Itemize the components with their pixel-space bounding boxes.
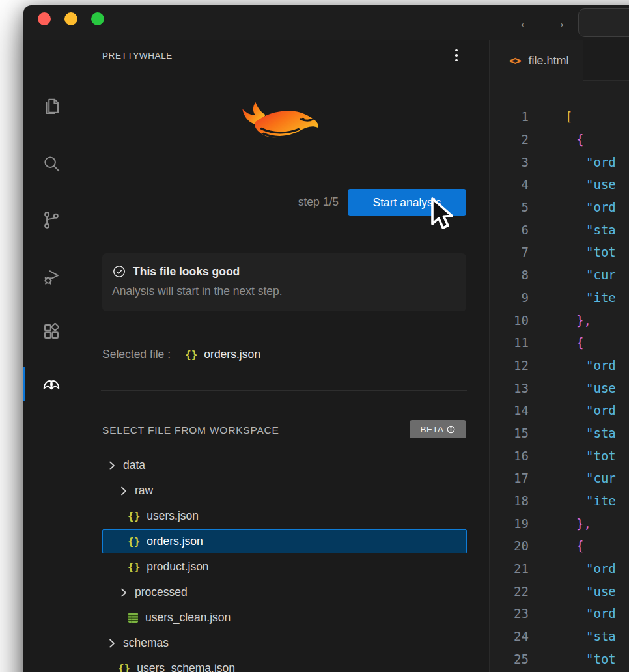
line-number: 8 bbox=[490, 268, 529, 282]
code-line: 17"cur bbox=[490, 467, 629, 490]
kebab-dot bbox=[455, 49, 458, 52]
sidebar-item-prettywhale[interactable] bbox=[23, 367, 79, 401]
code-line: 18"ite bbox=[490, 490, 629, 512]
chevron-right-icon bbox=[106, 637, 118, 649]
json-file-icon: {} bbox=[185, 348, 197, 361]
code-line: 8"cur bbox=[490, 264, 629, 287]
code-line: 7"tot bbox=[490, 241, 629, 264]
code-token: "use bbox=[529, 177, 616, 191]
code-token: }, bbox=[529, 313, 591, 328]
source-control-icon bbox=[42, 210, 61, 230]
step-indicator: step 1/5 bbox=[245, 195, 339, 209]
files-icon bbox=[42, 97, 61, 117]
line-number: 20 bbox=[490, 539, 529, 553]
minimize-window-button[interactable] bbox=[64, 12, 77, 25]
code-line: 23"ord bbox=[490, 602, 629, 625]
tree-item-raw[interactable]: raw bbox=[23, 478, 434, 503]
sidebar-item-explorer[interactable] bbox=[23, 90, 79, 124]
line-number: 11 bbox=[490, 335, 529, 350]
tree-item-users-clean-json[interactable]: users_clean.json bbox=[23, 605, 434, 630]
tree-item-label: orders.json bbox=[147, 535, 203, 548]
code-token: "ite bbox=[529, 494, 616, 508]
nav-forward-icon[interactable]: → bbox=[552, 14, 566, 31]
code-token: "use bbox=[529, 381, 616, 395]
code-editor[interactable]: 1[2{3"ord4"use5"ord6"sta7"tot8"cur9"ite1… bbox=[490, 105, 629, 672]
code-line: 16"tot bbox=[490, 444, 629, 467]
sidebar-item-run-debug[interactable] bbox=[23, 260, 79, 294]
tree-item-users-json[interactable]: {}users.json bbox=[23, 503, 434, 529]
line-number: 22 bbox=[490, 584, 529, 598]
line-number: 9 bbox=[490, 290, 529, 305]
line-number: 4 bbox=[490, 177, 529, 191]
code-line: 3"ord bbox=[490, 150, 629, 173]
tree-item-label: raw bbox=[135, 484, 153, 497]
status-subtitle: Analysis will start in the next step. bbox=[112, 285, 456, 298]
code-token: "sta bbox=[529, 426, 616, 440]
chevron-right-icon bbox=[118, 485, 130, 497]
code-line: 10}, bbox=[490, 309, 629, 331]
tree-item-data[interactable]: data bbox=[23, 453, 434, 478]
tab-file-html[interactable]: <> file.html bbox=[490, 40, 583, 81]
debug-icon bbox=[42, 267, 61, 287]
line-number: 13 bbox=[490, 381, 529, 395]
code-token: "tot bbox=[529, 449, 616, 463]
tree-item-label: users.json bbox=[147, 509, 199, 523]
info-icon bbox=[447, 425, 455, 434]
code-token: "ord bbox=[529, 200, 616, 214]
line-number: 2 bbox=[490, 132, 529, 147]
panel-title: PRETTYWHALE bbox=[102, 51, 173, 61]
line-number: 25 bbox=[490, 652, 529, 666]
code-token: { bbox=[529, 335, 583, 350]
code-line: 13"use bbox=[490, 376, 629, 399]
selected-file-label: Selected file : bbox=[102, 348, 171, 361]
status-title: This file looks good bbox=[133, 265, 240, 279]
code-token: "cur bbox=[529, 268, 616, 282]
file-status-box: This file looks good Analysis will start… bbox=[102, 253, 466, 311]
line-number: 1 bbox=[490, 109, 529, 124]
code-token: "ite bbox=[529, 290, 616, 305]
sidebar-item-source-control[interactable] bbox=[23, 203, 79, 237]
tree-item-processed[interactable]: processed bbox=[23, 580, 434, 605]
code-token: "ord bbox=[529, 155, 616, 169]
code-line: 2{ bbox=[490, 128, 629, 151]
sidebar-item-extensions[interactable] bbox=[23, 315, 79, 348]
command-palette-box[interactable] bbox=[578, 8, 629, 37]
line-number: 23 bbox=[490, 606, 529, 621]
zoom-window-button[interactable] bbox=[91, 12, 104, 25]
code-token: }, bbox=[529, 516, 591, 531]
selected-file-row: Selected file : {} orders.json bbox=[102, 348, 260, 361]
tree-item-label: product.json bbox=[147, 560, 208, 574]
code-token: { bbox=[529, 539, 583, 553]
whale-tail-icon bbox=[42, 374, 61, 394]
section-divider bbox=[101, 390, 467, 391]
json-file-icon: {} bbox=[128, 535, 140, 548]
code-line: 6"sta bbox=[490, 218, 629, 241]
close-window-button[interactable] bbox=[38, 12, 51, 25]
tree-item-orders-json[interactable]: {}orders.json bbox=[23, 529, 434, 554]
code-token: "cur bbox=[529, 471, 616, 485]
tree-item-schemas[interactable]: schemas bbox=[23, 630, 434, 656]
code-token: "ord bbox=[529, 403, 616, 417]
editor-pane: <> file.html 1[2{3"ord4"use5"ord6"sta7"t… bbox=[490, 40, 629, 672]
line-number: 21 bbox=[490, 561, 529, 576]
beta-badge[interactable]: BETA bbox=[410, 420, 466, 438]
code-line: 5"ord bbox=[490, 196, 629, 219]
code-line: 11{ bbox=[490, 331, 629, 354]
tree-item-product-json[interactable]: {}product.json bbox=[23, 554, 434, 580]
table-file-icon bbox=[128, 612, 139, 623]
more-actions-button[interactable] bbox=[447, 46, 466, 65]
code-line: 4"use bbox=[490, 173, 629, 196]
start-analysis-button[interactable]: Start analysis bbox=[348, 189, 466, 216]
line-number: 3 bbox=[490, 155, 529, 169]
tree-item-label: processed bbox=[135, 585, 188, 599]
json-file-icon: {} bbox=[128, 561, 140, 573]
selected-file-name: orders.json bbox=[204, 348, 260, 361]
chevron-right-icon bbox=[118, 587, 130, 598]
sidebar-item-search[interactable] bbox=[23, 147, 79, 180]
code-line: 19}, bbox=[490, 512, 629, 535]
code-line: 21"ord bbox=[490, 557, 629, 580]
tree-item-users-schema-json[interactable]: {}users_schema.json bbox=[23, 656, 434, 672]
nav-back-icon[interactable]: ← bbox=[518, 14, 533, 31]
tree-item-label: users_schema.json bbox=[137, 662, 235, 672]
line-number: 18 bbox=[490, 494, 529, 508]
